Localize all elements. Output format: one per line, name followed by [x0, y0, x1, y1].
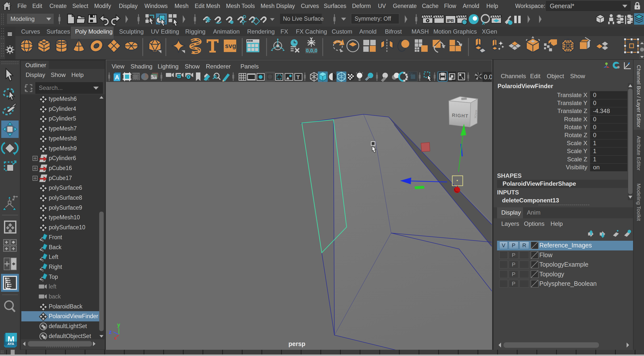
svg-text:T: T: [296, 74, 300, 80]
svg-text:y: y: [117, 322, 120, 328]
svg-text:AYA: AYA: [8, 342, 14, 346]
svg-text:x: x: [482, 20, 485, 26]
svg-text:svg: svg: [225, 42, 236, 50]
svg-text:z: z: [109, 329, 112, 335]
svg-text:x: x: [114, 335, 116, 340]
svg-text:Symmetry: Off: Symmetry: Off: [354, 16, 391, 22]
svg-text:persp: persp: [288, 340, 305, 347]
svg-text:0,0,0: 0,0,0: [306, 48, 318, 53]
svg-text:RIGHT: RIGHT: [452, 112, 469, 118]
svg-text:A: A: [115, 74, 119, 81]
svg-text:IPR: IPR: [447, 19, 454, 23]
svg-text:No Live Surface: No Live Surface: [283, 16, 324, 22]
svg-text:0.00: 0.00: [484, 73, 492, 80]
svg-text:Modeling: Modeling: [10, 16, 34, 22]
